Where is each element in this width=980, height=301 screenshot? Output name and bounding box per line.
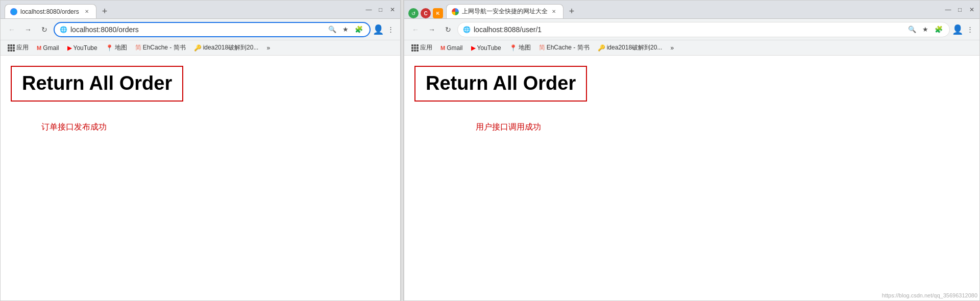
right-refresh-button[interactable]: ↻	[441, 22, 455, 37]
right-address-input[interactable]	[474, 26, 903, 34]
left-extensions-button[interactable]: 🧩	[353, 24, 364, 35]
right-title-bar: ↺ C K 上网导航一安全快捷的网址大全 ✕ + — □ ✕	[404, 1, 979, 19]
left-forward-button[interactable]: →	[21, 22, 35, 37]
left-active-tab[interactable]: 🌐 localhost:8080/orders ✕	[5, 4, 96, 18]
right-return-all-order-box: Return All Order	[414, 66, 587, 102]
left-back-button[interactable]: ←	[5, 22, 19, 37]
right-zoom-button[interactable]: 🔍	[906, 24, 918, 35]
left-tab-title: localhost:8080/orders	[20, 8, 81, 15]
right-secure-icon: 🌐	[463, 26, 471, 33]
right-extensions-button[interactable]: 🧩	[933, 24, 944, 35]
left-minimize-button[interactable]: —	[365, 6, 373, 13]
right-gmail-label: Gmail	[447, 44, 462, 52]
left-new-tab-button[interactable]: +	[97, 4, 112, 18]
left-address-bar-container[interactable]: 🌐 🔍 ★ 🧩	[54, 22, 371, 37]
right-more-bookmarks[interactable]: »	[667, 43, 677, 53]
right-youtube-icon: ▶	[471, 44, 476, 52]
right-browser: ↺ C K 上网导航一安全快捷的网址大全 ✕ + — □ ✕ ←	[404, 0, 980, 301]
left-account-button[interactable]: 👤	[373, 24, 384, 35]
right-tab-area: ↺ C K 上网导航一安全快捷的网址大全 ✕ +	[408, 1, 944, 18]
right-nav-bar: ← → ↻ 🌐 🔍 ★ 🧩 👤 ⋮	[404, 19, 979, 40]
left-nav-bar: ← → ↻ 🌐 🔍 ★ 🧩 👤 ⋮	[1, 19, 400, 40]
right-forward-button[interactable]: →	[425, 22, 439, 37]
left-secure-icon: 🌐	[60, 26, 67, 33]
right-extra-tab-orange[interactable]: K	[433, 8, 443, 18]
right-maps-label: 地图	[519, 43, 531, 52]
right-new-tab-button[interactable]: +	[565, 4, 579, 18]
right-maps-icon: 📍	[509, 44, 517, 52]
left-apps-bookmark[interactable]: 应用	[5, 42, 32, 53]
right-success-message: 用户接口调用成功	[476, 122, 969, 133]
left-browser: 🌐 localhost:8080/orders ✕ + — □ ✕ ← → ↻ …	[0, 0, 401, 301]
right-page-content: Return All Order 用户接口调用成功 https://blog.c…	[404, 56, 979, 300]
right-tab-close[interactable]: ✕	[550, 8, 558, 16]
right-apps-label: 应用	[420, 43, 432, 52]
left-youtube-label: YouTube	[74, 44, 97, 52]
left-nav-right-icons: 👤 ⋮	[373, 24, 396, 35]
left-gmail-bookmark[interactable]: M Gmail	[34, 43, 62, 53]
left-ehcache-label: EhCache - 简书	[143, 43, 186, 52]
left-more-bookmarks[interactable]: »	[263, 43, 273, 53]
left-maximize-button[interactable]: □	[377, 6, 384, 13]
left-address-input[interactable]	[70, 26, 324, 34]
left-youtube-bookmark[interactable]: ▶ YouTube	[64, 43, 101, 53]
left-gmail-icon: M	[37, 45, 41, 51]
right-nav-right-icons: 👤 ⋮	[952, 24, 975, 35]
left-return-all-order-box: Return All Order	[11, 66, 183, 102]
right-ehcache-label: EhCache - 简书	[547, 43, 590, 52]
right-apps-icon	[411, 44, 419, 52]
left-maps-label: 地图	[115, 43, 127, 52]
right-back-button[interactable]: ←	[408, 22, 423, 37]
left-bookmarks-bar: 应用 M Gmail ▶ YouTube 📍 地图 简 EhCache - 简书…	[1, 40, 400, 56]
left-menu-button[interactable]: ⋮	[385, 24, 396, 35]
left-idea-label: idea2018破解到20...	[203, 43, 259, 52]
left-gmail-label: Gmail	[43, 44, 59, 52]
left-maps-bookmark[interactable]: 📍 地图	[103, 42, 130, 53]
left-ehcache-bookmark[interactable]: 简 EhCache - 简书	[132, 42, 189, 53]
right-active-tab[interactable]: 上网导航一安全快捷的网址大全 ✕	[446, 4, 564, 18]
right-window-controls: — □ ✕	[944, 6, 975, 13]
right-gmail-bookmark[interactable]: M Gmail	[437, 43, 466, 53]
left-refresh-button[interactable]: ↻	[37, 22, 52, 37]
left-jianshu-icon: 简	[135, 43, 141, 52]
left-address-actions: 🔍 ★ 🧩	[327, 24, 364, 35]
left-heading: Return All Order	[22, 72, 172, 94]
left-maps-icon: 📍	[106, 44, 113, 52]
left-tab-area: 🌐 localhost:8080/orders ✕ +	[5, 1, 365, 18]
left-zoom-button[interactable]: 🔍	[327, 24, 338, 35]
left-close-button[interactable]: ✕	[388, 6, 396, 13]
right-gmail-icon: M	[440, 45, 445, 51]
right-minimize-button[interactable]: —	[944, 6, 952, 13]
left-success-message: 订单接口发布成功	[41, 122, 390, 133]
right-maps-bookmark[interactable]: 📍 地图	[506, 42, 534, 53]
right-address-bar-container[interactable]: 🌐 🔍 ★ 🧩	[457, 22, 950, 37]
right-bookmark-button[interactable]: ★	[920, 24, 931, 35]
right-idea-icon: 🔑	[598, 44, 605, 52]
left-idea-icon: 🔑	[194, 44, 202, 52]
right-close-button[interactable]: ✕	[968, 6, 975, 13]
right-ehcache-bookmark[interactable]: 简 EhCache - 简书	[536, 42, 593, 53]
right-tab-title: 上网导航一安全快捷的网址大全	[462, 7, 548, 16]
right-idea-label: idea2018破解到20...	[607, 43, 663, 52]
left-page-content: Return All Order 订单接口发布成功	[1, 56, 400, 300]
left-idea-bookmark[interactable]: 🔑 idea2018破解到20...	[191, 42, 262, 53]
left-apps-label: 应用	[16, 43, 29, 52]
right-bookmarks-bar: 应用 M Gmail ▶ YouTube 📍 地图 简 EhCache - 简书…	[404, 40, 979, 56]
right-menu-button[interactable]: ⋮	[964, 24, 975, 35]
right-watermark: https://blog.csdn.net/qq_35696312080	[882, 292, 977, 298]
right-heading: Return All Order	[426, 72, 576, 94]
left-apps-icon	[8, 44, 15, 52]
left-window-controls: — □ ✕	[365, 6, 396, 13]
left-title-bar: 🌐 localhost:8080/orders ✕ + — □ ✕	[1, 1, 400, 19]
right-apps-bookmark[interactable]: 应用	[408, 42, 435, 53]
left-tab-close[interactable]: ✕	[83, 8, 91, 16]
right-youtube-label: YouTube	[477, 44, 501, 52]
right-youtube-bookmark[interactable]: ▶ YouTube	[468, 43, 504, 53]
right-maximize-button[interactable]: □	[956, 6, 964, 13]
left-tab-favicon: 🌐	[10, 8, 17, 15]
right-extra-tab-green[interactable]: ↺	[408, 8, 419, 18]
right-extra-tab-red[interactable]: C	[421, 8, 431, 18]
right-idea-bookmark[interactable]: 🔑 idea2018破解到20...	[595, 42, 666, 53]
left-bookmark-button[interactable]: ★	[340, 24, 351, 35]
right-account-button[interactable]: 👤	[952, 24, 963, 35]
